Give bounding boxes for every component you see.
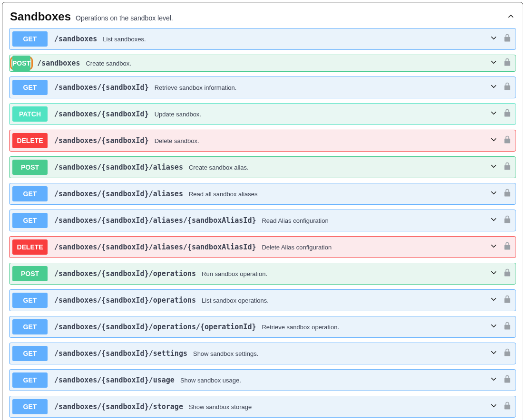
row-actions [489, 189, 511, 199]
chevron-down-icon[interactable] [489, 295, 498, 305]
chevron-down-icon[interactable] [489, 82, 498, 93]
endpoint-summary: Read all sandbox aliases [189, 191, 258, 198]
endpoint-path: /sandboxes/{sandboxId}/operations [54, 296, 196, 305]
chevron-down-icon[interactable] [489, 322, 498, 332]
lock-icon[interactable] [504, 242, 511, 252]
operation-row[interactable]: PATCH/sandboxes/{sandboxId}Update sandbo… [9, 103, 516, 125]
row-actions [489, 162, 511, 172]
lock-icon[interactable] [504, 162, 511, 172]
endpoint-path: /sandboxes/{sandboxId} [54, 110, 149, 118]
endpoint-summary: List sandbox operations. [202, 297, 269, 304]
lock-icon[interactable] [504, 82, 511, 93]
chevron-down-icon[interactable] [489, 375, 498, 385]
section-description: Operations on the sandbox level. [76, 14, 173, 22]
http-method-badge: GET [12, 319, 48, 334]
operation-row[interactable]: GET/sandboxes/{sandboxId}/aliasesRead al… [9, 183, 516, 205]
row-actions [489, 215, 511, 226]
endpoint-path: /sandboxes/{sandboxId} [54, 136, 149, 145]
chevron-down-icon[interactable] [489, 34, 498, 44]
endpoint-summary: Show sandbox settings. [193, 350, 258, 357]
endpoint-path: /sandboxes/{sandboxId}/aliases [54, 190, 183, 198]
chevron-down-icon[interactable] [489, 109, 498, 119]
lock-icon[interactable] [504, 375, 511, 385]
endpoint-path: /sandboxes/{sandboxId}/storage [54, 402, 183, 411]
operation-row[interactable]: DELETE/sandboxes/{sandboxId}Delete sandb… [9, 130, 516, 152]
http-method-badge: POST [12, 266, 48, 281]
endpoint-summary: Show sandbox usage. [180, 377, 241, 384]
operation-row[interactable]: GET/sandboxesList sandboxes. [9, 28, 516, 50]
lock-icon[interactable] [504, 401, 511, 412]
lock-icon[interactable] [504, 58, 511, 68]
row-actions [489, 242, 511, 252]
lock-icon[interactable] [504, 322, 511, 332]
lock-icon[interactable] [504, 348, 511, 359]
http-method-badge: DELETE [12, 133, 48, 148]
endpoint-summary: Update sandbox. [155, 111, 201, 118]
http-method-badge: GET [12, 80, 48, 95]
chevron-down-icon[interactable] [489, 348, 498, 359]
http-method-badge: DELETE [12, 239, 48, 255]
operation-row[interactable]: GET/sandboxes/{sandboxId}/aliases/{sandb… [9, 210, 516, 231]
operation-row[interactable]: POST/sandboxes/{sandboxId}/aliasesCreate… [9, 156, 516, 178]
chevron-down-icon[interactable] [489, 162, 498, 172]
operation-row[interactable]: POST/sandboxes/{sandboxId}/operationsRun… [9, 263, 516, 285]
http-method-badge: PATCH [12, 106, 48, 122]
operation-row[interactable]: GET/sandboxes/{sandboxId}/storageShow sa… [9, 396, 516, 418]
lock-icon[interactable] [504, 135, 511, 146]
row-actions [489, 295, 511, 305]
operation-row[interactable]: GET/sandboxes/{sandboxId}/operationsList… [9, 289, 516, 311]
chevron-down-icon[interactable] [489, 189, 498, 199]
endpoint-path: /sandboxes [37, 59, 80, 67]
lock-icon[interactable] [504, 189, 511, 199]
endpoint-summary: Delete Alias configuration [262, 244, 332, 251]
row-actions [489, 375, 511, 385]
endpoint-path: /sandboxes/{sandboxId}/operations [54, 269, 196, 278]
http-method-badge: POST [12, 56, 30, 71]
row-actions [489, 34, 511, 44]
row-actions [489, 135, 511, 146]
endpoint-path: /sandboxes/{sandboxId}/aliases/{sandboxA… [54, 243, 256, 251]
chevron-down-icon[interactable] [489, 401, 498, 412]
http-method-badge: GET [12, 213, 48, 228]
http-method-badge: GET [12, 293, 48, 308]
operation-row[interactable]: GET/sandboxes/{sandboxId}Retrieve sandbo… [9, 76, 516, 98]
lock-icon[interactable] [504, 34, 511, 44]
lock-icon[interactable] [504, 295, 511, 305]
endpoint-summary: Create sandbox alias. [189, 164, 249, 171]
endpoint-path: /sandboxes [54, 35, 97, 43]
row-actions [489, 82, 511, 93]
row-actions [489, 322, 511, 332]
endpoint-path: /sandboxes/{sandboxId}/operations/{opera… [54, 323, 256, 331]
highlighted-method: POST [10, 57, 33, 70]
operation-row[interactable]: DELETE/sandboxes/{sandboxId}/aliases/{sa… [9, 236, 516, 258]
endpoint-summary: Delete sandbox. [155, 137, 199, 144]
endpoint-path: /sandboxes/{sandboxId}/usage [54, 376, 175, 384]
operation-row[interactable]: GET/sandboxes/{sandboxId}/usageShow sand… [9, 369, 516, 391]
row-actions [489, 348, 511, 359]
endpoint-path: /sandboxes/{sandboxId}/settings [54, 349, 187, 358]
lock-icon[interactable] [504, 215, 511, 226]
endpoint-summary: Create sandbox. [86, 60, 131, 67]
chevron-up-icon[interactable] [507, 12, 515, 22]
chevron-down-icon[interactable] [489, 268, 498, 279]
lock-icon[interactable] [504, 109, 511, 119]
endpoint-summary: Retrieve sandbox information. [155, 84, 237, 91]
endpoint-path: /sandboxes/{sandboxId}/aliases [54, 163, 183, 172]
operations-list: GET/sandboxesList sandboxes.POST/sandbox… [9, 28, 516, 418]
operation-row[interactable]: GET/sandboxes/{sandboxId}/settingsShow s… [9, 343, 516, 364]
row-actions [489, 109, 511, 119]
row-actions [489, 58, 511, 68]
lock-icon[interactable] [504, 268, 511, 279]
http-method-badge: POST [12, 160, 48, 175]
http-method-badge: GET [12, 399, 48, 414]
chevron-down-icon[interactable] [489, 135, 498, 146]
section-header[interactable]: Sandboxes Operations on the sandbox leve… [9, 8, 516, 28]
endpoint-summary: Run sandbox operation. [202, 270, 267, 277]
chevron-down-icon[interactable] [489, 58, 498, 68]
chevron-down-icon[interactable] [489, 242, 498, 252]
chevron-down-icon[interactable] [489, 215, 498, 226]
operation-row[interactable]: POST/sandboxesCreate sandbox. [9, 55, 516, 72]
operation-row[interactable]: GET/sandboxes/{sandboxId}/operations/{op… [9, 316, 516, 338]
endpoint-summary: Read Alias configuration [262, 217, 328, 224]
http-method-badge: GET [12, 346, 48, 361]
